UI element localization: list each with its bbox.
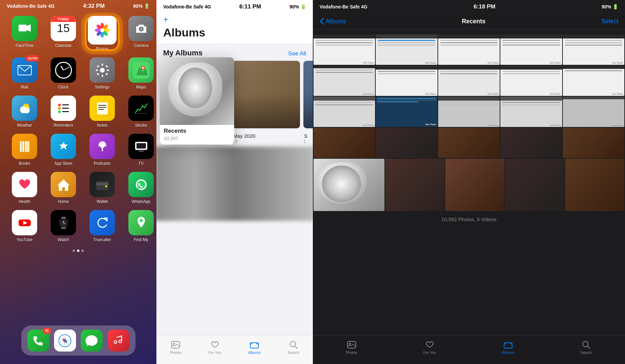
calendar-icon: Friday 15: [51, 16, 76, 41]
dock-phone[interactable]: 41: [27, 330, 49, 352]
photo-cell[interactable]: No Time: [563, 34, 624, 65]
settings-label: Settings: [95, 85, 109, 89]
dock-music[interactable]: [107, 330, 129, 352]
photo-cell[interactable]: No Time: [500, 66, 562, 96]
app-photos[interactable]: Photos: [86, 16, 118, 51]
s-album-item[interactable]: [303, 61, 313, 128]
app-books[interactable]: Books: [8, 134, 41, 166]
see-all-btn[interactable]: See All: [288, 50, 306, 57]
app-wallet[interactable]: Wallet: [86, 172, 118, 204]
tab-bar-albums: Photos For You Albums Search: [156, 335, 313, 364]
app-notes[interactable]: Notes: [86, 96, 118, 128]
tab-search-recents-icon: [581, 340, 591, 349]
photo-cell[interactable]: No Time: [376, 34, 437, 65]
svg-rect-59: [61, 217, 66, 219]
clock-label: Clock: [58, 85, 68, 89]
photo-cell[interactable]: [505, 159, 564, 211]
youtube-label: YouTube: [17, 237, 32, 242]
grid-row-2: No Time No Time No Time No Time No Time: [314, 66, 624, 96]
appstore-icon: [51, 134, 76, 159]
add-album-btn[interactable]: +: [163, 14, 168, 25]
grid-row-5: [314, 159, 624, 211]
tab-albums-recents[interactable]: Albums: [502, 340, 515, 355]
tab-photos-icon: [171, 340, 180, 349]
photo-cell[interactable]: No Time: [438, 97, 500, 127]
app-health[interactable]: Health: [8, 172, 41, 204]
grid-row-1: No Time No Time No Time No Time No Time: [314, 34, 624, 65]
photo-grid-container: No Time No Time No Time No Time No Time: [313, 34, 625, 364]
app-stocks[interactable]: Stocks: [125, 96, 156, 128]
app-watch[interactable]: Watch: [47, 210, 79, 242]
youtube-icon: [12, 210, 37, 235]
app-maps[interactable]: Maps: [125, 57, 156, 89]
select-btn[interactable]: Select: [601, 18, 618, 25]
photo-cell[interactable]: No Time: [376, 66, 437, 96]
battery-albums: 90% 🔋: [290, 4, 306, 9]
app-findmy[interactable]: Find My: [125, 210, 156, 242]
app-clock[interactable]: Clock: [47, 57, 79, 89]
photo-cell[interactable]: No Time: [563, 97, 624, 127]
photo-cell[interactable]: [314, 128, 375, 158]
photo-cell[interactable]: No Time: [314, 34, 375, 65]
tab-photos[interactable]: Photos: [170, 340, 181, 355]
page-dot-3: [81, 250, 84, 252]
photo-cell[interactable]: [563, 128, 624, 158]
tab-foryou[interactable]: For You: [208, 340, 221, 355]
app-truecaller[interactable]: Truecaller: [86, 210, 118, 242]
app-facetime[interactable]: FaceTime: [8, 16, 41, 51]
photo-cell-bird[interactable]: [314, 159, 384, 211]
app-mail[interactable]: 18,783 Mail: [8, 57, 41, 89]
photo-cell[interactable]: [565, 159, 624, 211]
tab-albums-icon: [250, 340, 259, 349]
svg-point-74: [173, 343, 175, 345]
wallet-label: Wallet: [97, 199, 108, 204]
app-youtube[interactable]: YouTube: [8, 210, 41, 242]
tab-search[interactable]: Search: [288, 340, 299, 355]
photo-cell[interactable]: [376, 128, 437, 158]
photo-cell[interactable]: No Time: [500, 34, 562, 65]
dock-messages[interactable]: [81, 330, 103, 352]
reminders-icon: [51, 96, 76, 121]
tab-search-recents[interactable]: Search: [580, 340, 592, 355]
app-weather[interactable]: Weather: [8, 96, 41, 128]
app-camera[interactable]: Camera: [125, 16, 156, 51]
books-icon: [12, 134, 37, 159]
photo-cell[interactable]: No Time: [500, 97, 562, 127]
back-to-albums-btn[interactable]: Albums: [320, 18, 346, 25]
app-podcasts[interactable]: Podcasts: [86, 134, 118, 166]
phone-badge: 41: [43, 328, 51, 334]
photo-cell[interactable]: [500, 128, 562, 158]
albums-screen: Vodafone-Be Safe 4G 6:11 PM 90% 🔋 + Albu…: [156, 0, 313, 364]
recents-popup-card[interactable]: Recents 10,597: [160, 57, 234, 145]
photo-cell[interactable]: No Time: [563, 66, 624, 96]
settings-icon: [90, 57, 115, 83]
svg-rect-40: [98, 105, 106, 106]
app-tv[interactable]: TV: [125, 134, 156, 166]
photo-cell[interactable]: [438, 128, 500, 158]
photo-cell[interactable]: [385, 159, 444, 211]
tab-albums-active[interactable]: Albums: [248, 340, 261, 355]
facetime-icon: [12, 16, 37, 41]
app-settings[interactable]: Settings: [86, 57, 118, 89]
tab-foryou-recents-label: For You: [423, 350, 436, 355]
podcasts-icon: [90, 134, 115, 159]
tab-photos-recents[interactable]: Photos: [346, 340, 357, 355]
photo-cell[interactable]: No Time: [376, 97, 437, 127]
app-appstore[interactable]: App Store: [47, 134, 79, 166]
app-home[interactable]: Home: [47, 172, 79, 204]
photo-cell[interactable]: No Time: [314, 66, 375, 96]
app-calendar[interactable]: Friday 15 Calendar: [47, 16, 79, 51]
photo-cell[interactable]: No Time: [314, 97, 375, 127]
svg-line-77: [295, 346, 297, 348]
app-whatsapp[interactable]: WhatsApp: [125, 172, 156, 204]
truecaller-icon: [90, 210, 115, 235]
photo-cell[interactable]: [445, 159, 504, 211]
may-2020-album-item[interactable]: [232, 61, 300, 128]
photo-cell[interactable]: No Time: [438, 66, 500, 96]
recents-photo-count: 10,592 Photos, 5 Videos: [313, 212, 625, 256]
app-reminders[interactable]: Reminders: [47, 96, 79, 128]
svg-marker-1: [27, 24, 31, 32]
photo-cell[interactable]: No Time: [438, 34, 500, 65]
tab-foryou-recents[interactable]: For You: [423, 340, 436, 355]
dock-safari[interactable]: [54, 330, 76, 352]
